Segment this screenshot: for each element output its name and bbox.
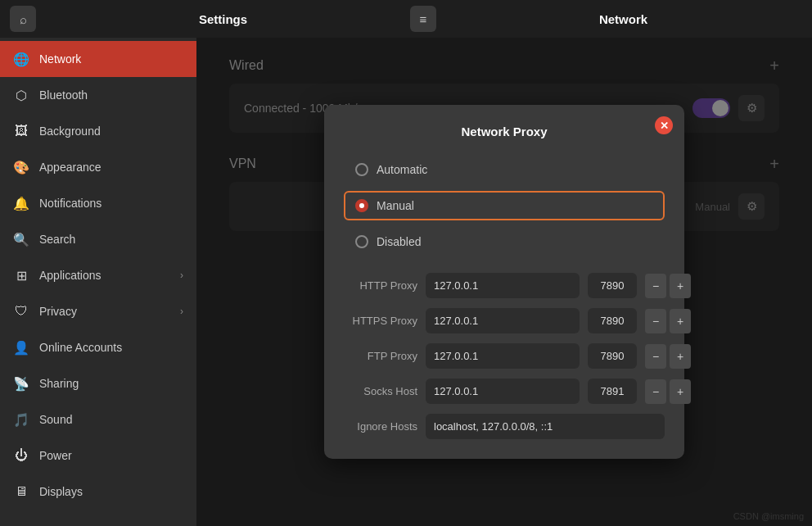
- sidebar-label-applications: Applications: [39, 269, 102, 282]
- sidebar-label-network: Network: [39, 52, 81, 66]
- radio-manual: [355, 199, 368, 212]
- http-proxy-ip-input[interactable]: [426, 273, 580, 298]
- proxy-option-manual[interactable]: Manual: [344, 191, 665, 220]
- sidebar-label-background: Background: [39, 125, 101, 138]
- http-proxy-decrement[interactable]: −: [645, 274, 666, 298]
- socks-proxy-port-input[interactable]: [588, 379, 637, 404]
- sidebar-item-network[interactable]: 🌐 Network: [0, 41, 196, 77]
- sidebar-item-notifications[interactable]: 🔔 Notifications: [0, 185, 196, 221]
- background-icon: 🖼: [13, 123, 29, 139]
- notifications-icon: 🔔: [13, 195, 29, 211]
- appearance-icon: 🎨: [13, 159, 29, 175]
- sidebar-item-sound[interactable]: 🎵 Sound: [0, 401, 196, 438]
- https-proxy-decrement[interactable]: −: [645, 309, 666, 333]
- sidebar-label-power: Power: [39, 449, 72, 462]
- socks-proxy-increment[interactable]: +: [670, 379, 691, 404]
- modal-overlay: Network Proxy ✕ Automatic Manual Disable…: [196, 38, 812, 526]
- http-proxy-port-input[interactable]: [588, 273, 637, 298]
- proxy-fields: HTTP Proxy − + HTTPS Proxy: [344, 273, 665, 439]
- sidebar-label-displays: Displays: [39, 485, 83, 498]
- socks-proxy-decrement[interactable]: −: [645, 379, 666, 404]
- title-bar: ⌕ Settings ≡ Network: [0, 0, 812, 38]
- https-proxy-ip-input[interactable]: [426, 308, 580, 333]
- main-layout: 🌐 Network ⬡ Bluetooth 🖼 Background 🎨 App…: [0, 38, 812, 526]
- radio-disabled: [355, 235, 368, 248]
- https-proxy-stepper: − +: [645, 309, 691, 333]
- http-proxy-increment[interactable]: +: [670, 274, 691, 298]
- search-button[interactable]: ⌕: [10, 6, 36, 32]
- socks-proxy-row: Socks Host − +: [344, 379, 665, 404]
- applications-icon: ⊞: [13, 267, 29, 283]
- sidebar-item-sharing[interactable]: 📡 Sharing: [0, 365, 196, 401]
- sidebar-item-search[interactable]: 🔍 Search: [0, 221, 196, 257]
- radio-automatic: [355, 163, 368, 176]
- privacy-icon: 🛡: [13, 303, 29, 320]
- bluetooth-icon: ⬡: [13, 87, 29, 103]
- sidebar-label-appearance: Appearance: [39, 161, 102, 174]
- ftp-proxy-ip-input[interactable]: [426, 343, 580, 369]
- proxy-disabled-label: Disabled: [377, 235, 421, 248]
- sidebar: 🌐 Network ⬡ Bluetooth 🖼 Background 🎨 App…: [0, 38, 196, 526]
- ignore-hosts-label: Ignore Hosts: [344, 420, 417, 433]
- http-proxy-label: HTTP Proxy: [344, 279, 417, 292]
- sound-icon: 🎵: [13, 411, 29, 428]
- search-icon: ⌕: [20, 12, 27, 26]
- menu-button[interactable]: ≡: [410, 6, 436, 32]
- dialog-close-button[interactable]: ✕: [655, 116, 673, 134]
- power-icon: ⏻: [13, 447, 29, 464]
- network-proxy-dialog: Network Proxy ✕ Automatic Manual Disable…: [324, 105, 684, 459]
- sidebar-item-displays[interactable]: 🖥 Displays: [0, 474, 196, 510]
- https-proxy-increment[interactable]: +: [670, 309, 691, 333]
- displays-icon: 🖥: [13, 483, 29, 500]
- http-proxy-stepper: − +: [645, 274, 691, 298]
- app-title: Settings: [44, 12, 402, 26]
- network-icon: 🌐: [13, 51, 29, 67]
- proxy-manual-label: Manual: [377, 199, 414, 212]
- socks-proxy-label: Socks Host: [344, 385, 417, 397]
- sidebar-label-bluetooth: Bluetooth: [39, 88, 88, 102]
- proxy-option-automatic[interactable]: Automatic: [344, 155, 665, 184]
- applications-chevron: ›: [180, 270, 183, 281]
- proxy-mode-group: Automatic Manual Disabled: [344, 155, 665, 256]
- ignore-hosts-input[interactable]: [426, 414, 665, 439]
- ftp-proxy-decrement[interactable]: −: [645, 344, 666, 369]
- ftp-proxy-row: FTP Proxy − +: [344, 343, 665, 369]
- https-proxy-port-input[interactable]: [588, 308, 637, 333]
- sidebar-item-online-accounts[interactable]: 👤 Online Accounts: [0, 329, 196, 365]
- socks-proxy-ip-input[interactable]: [426, 379, 580, 404]
- online-accounts-icon: 👤: [13, 339, 29, 356]
- sidebar-label-privacy: Privacy: [39, 305, 77, 318]
- sidebar-item-bluetooth[interactable]: ⬡ Bluetooth: [0, 77, 196, 113]
- privacy-chevron: ›: [180, 306, 183, 317]
- sidebar-item-privacy[interactable]: 🛡 Privacy ›: [0, 293, 196, 329]
- sidebar-label-notifications: Notifications: [39, 197, 102, 210]
- proxy-option-disabled[interactable]: Disabled: [344, 227, 665, 256]
- proxy-automatic-label: Automatic: [377, 163, 427, 176]
- sidebar-item-power[interactable]: ⏻ Power: [0, 438, 196, 474]
- page-title: Network: [444, 12, 802, 26]
- https-proxy-row: HTTPS Proxy − +: [344, 308, 665, 333]
- sidebar-item-background[interactable]: 🖼 Background: [0, 113, 196, 149]
- sidebar-label-sharing: Sharing: [39, 377, 79, 390]
- menu-icon: ≡: [420, 12, 427, 26]
- sharing-icon: 📡: [13, 375, 29, 392]
- ftp-proxy-increment[interactable]: +: [670, 344, 691, 369]
- sidebar-label-search: Search: [39, 233, 75, 246]
- sidebar-label-online-accounts: Online Accounts: [39, 341, 122, 354]
- ftp-proxy-port-input[interactable]: [588, 343, 637, 369]
- sidebar-item-appearance[interactable]: 🎨 Appearance: [0, 149, 196, 185]
- ignore-hosts-row: Ignore Hosts: [344, 414, 665, 439]
- ftp-proxy-stepper: − +: [645, 344, 691, 369]
- search-sidebar-icon: 🔍: [13, 231, 29, 247]
- http-proxy-row: HTTP Proxy − +: [344, 273, 665, 298]
- sidebar-item-applications[interactable]: ⊞ Applications ›: [0, 257, 196, 293]
- https-proxy-label: HTTPS Proxy: [344, 315, 417, 327]
- dialog-title: Network Proxy: [344, 125, 665, 138]
- sidebar-label-sound: Sound: [39, 413, 72, 426]
- socks-proxy-stepper: − +: [645, 379, 691, 404]
- content-area: Wired + Connected - 1000 Mb/s ⚙ VPN + Ma…: [196, 38, 812, 526]
- ftp-proxy-label: FTP Proxy: [344, 350, 417, 362]
